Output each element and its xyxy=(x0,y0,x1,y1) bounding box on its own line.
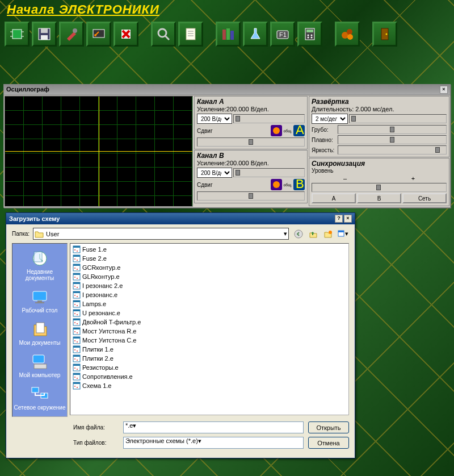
svg-rect-44 xyxy=(33,291,47,300)
svg-rect-77 xyxy=(73,300,80,302)
sweep-coarse-slider[interactable] xyxy=(338,125,447,134)
svg-point-55 xyxy=(77,250,78,252)
svg-point-33 xyxy=(386,34,388,35)
channel-a-common-icon[interactable]: A xyxy=(293,125,305,136)
file-item[interactable]: Резисторы.e xyxy=(72,363,157,372)
svg-point-25 xyxy=(308,35,309,36)
sync-level-slider[interactable] xyxy=(312,183,447,192)
svg-text:F1: F1 xyxy=(279,31,287,38)
svg-point-98 xyxy=(74,349,75,350)
file-item[interactable]: I резонанс.e xyxy=(72,290,157,299)
toolbar-ic-tools[interactable] xyxy=(59,22,84,47)
svg-rect-20 xyxy=(230,31,234,40)
main-toolbar: F1 xyxy=(0,19,454,49)
toolbar-ic-balls[interactable] xyxy=(335,22,360,47)
svg-rect-109 xyxy=(73,373,80,375)
sweep-duration-slider[interactable] xyxy=(349,114,447,123)
file-item[interactable]: GCRконтур.e xyxy=(72,263,157,272)
svg-point-91 xyxy=(77,332,78,333)
channel-b-panel: Канал B Усиление:200.000 В/дел. 200 В/де… xyxy=(194,150,308,203)
svg-rect-9 xyxy=(93,30,104,37)
channel-a-probe-icon[interactable] xyxy=(271,125,282,136)
channel-b-gain-slider[interactable] xyxy=(233,168,305,177)
sync-net-button[interactable]: Сеть xyxy=(402,193,447,203)
svg-point-87 xyxy=(77,323,78,324)
app-title: Начала ЭЛЄКТРОНИКИ xyxy=(0,0,454,19)
toolbar-ic-door[interactable] xyxy=(372,22,397,47)
sweep-duration-select[interactable]: 2 мс/дел. xyxy=(312,114,348,124)
place-mycomp[interactable]: Мой компьютер xyxy=(12,349,67,382)
nav-newfolder-icon[interactable] xyxy=(322,228,334,240)
svg-rect-47 xyxy=(36,323,44,333)
file-item[interactable]: Fuse 1.e xyxy=(72,245,157,254)
filetype-select[interactable]: Электронные схемы (*.e)▾ xyxy=(123,437,304,449)
svg-rect-61 xyxy=(73,264,80,266)
file-item[interactable]: Схема 1.e xyxy=(72,381,157,390)
file-item[interactable]: Мост Уитстона C.e xyxy=(72,336,157,345)
filetype-label: Тип файлов: xyxy=(73,440,119,446)
svg-point-58 xyxy=(74,258,75,260)
file-item[interactable]: Двойной T-фильтр.e xyxy=(72,318,157,327)
svg-rect-7 xyxy=(41,35,48,40)
file-open-dialog: Загрузить схему ? × Папка: User ▾ ▾ Неда… xyxy=(6,212,355,458)
svg-point-79 xyxy=(77,305,78,306)
file-item[interactable]: Плитки 2.e xyxy=(72,354,157,363)
file-item[interactable]: Плитки 1.e xyxy=(72,345,157,354)
toolbar-ic-books[interactable] xyxy=(216,22,241,47)
file-item[interactable]: U резонанс.e xyxy=(72,308,157,318)
channel-b-gain-select[interactable]: 200 В/дел xyxy=(197,168,232,178)
file-item[interactable]: Мост Уитстона R.e xyxy=(72,327,157,336)
file-list[interactable]: Fuse 1.eFuse 2.eGCRконтур.eGLRконтур.eI … xyxy=(70,243,349,415)
svg-rect-6 xyxy=(41,28,48,33)
sweep-fine-slider[interactable] xyxy=(338,135,447,144)
place-desktop[interactable]: Рабочий стол xyxy=(12,285,67,317)
svg-point-86 xyxy=(74,322,75,323)
toolbar-ic-chip[interactable] xyxy=(5,22,30,47)
dialog-help-button[interactable]: ? xyxy=(335,215,343,223)
filename-input[interactable]: *.e▾ xyxy=(123,421,304,433)
channel-b-shift-slider[interactable] xyxy=(197,191,305,201)
channel-a-gain-select[interactable]: 200 В/дел xyxy=(197,114,232,124)
file-item[interactable]: Fuse 2.e xyxy=(72,254,157,263)
toolbar-ic-hotkey[interactable]: F1 xyxy=(270,22,295,47)
channel-a-gain-slider[interactable] xyxy=(233,114,305,123)
sync-a-button[interactable]: A xyxy=(312,193,356,203)
dialog-close-button[interactable]: × xyxy=(344,215,352,223)
channel-b-probe-icon[interactable] xyxy=(271,179,282,190)
place-recent[interactable]: Недавние документы xyxy=(12,246,67,285)
channel-b-common-icon[interactable]: B xyxy=(293,179,305,190)
svg-point-67 xyxy=(77,278,78,279)
svg-point-10 xyxy=(94,34,96,36)
file-item[interactable]: Lamps.e xyxy=(72,299,157,308)
svg-point-71 xyxy=(77,287,78,288)
nav-back-icon[interactable] xyxy=(292,228,305,240)
toolbar-ic-note[interactable] xyxy=(178,22,203,47)
place-network[interactable]: Сетевое окружение xyxy=(12,382,67,414)
toolbar-ic-zoom[interactable] xyxy=(151,22,176,47)
cancel-button[interactable]: Отмена xyxy=(308,437,349,449)
toolbar-ic-calc[interactable] xyxy=(297,22,322,47)
toolbar-ic-meter[interactable] xyxy=(86,22,111,47)
sweep-bright-slider[interactable] xyxy=(338,145,447,155)
svg-rect-0 xyxy=(12,30,22,39)
nav-up-icon[interactable] xyxy=(307,228,320,240)
toolbar-ic-chem[interactable] xyxy=(243,22,268,47)
place-mydocs[interactable]: Мои документы xyxy=(12,317,67,349)
file-item[interactable]: GLRконтур.e xyxy=(72,272,157,281)
svg-rect-105 xyxy=(73,364,80,366)
sync-b-button[interactable]: B xyxy=(357,193,401,203)
svg-rect-97 xyxy=(73,346,80,348)
file-item[interactable]: Сопротивления.e xyxy=(72,372,157,381)
nav-views-icon[interactable]: ▾ xyxy=(337,228,349,240)
file-item[interactable]: I резонанс 2.e xyxy=(72,281,157,290)
toolbar-ic-disk[interactable] xyxy=(32,22,57,47)
svg-point-78 xyxy=(74,304,75,305)
open-button[interactable]: Открыть xyxy=(308,421,349,433)
folder-select[interactable]: User ▾ xyxy=(33,228,289,240)
osc-close-button[interactable]: × xyxy=(440,86,448,94)
channel-a-shift-slider[interactable] xyxy=(197,137,305,147)
svg-rect-73 xyxy=(73,291,80,293)
toolbar-ic-delete[interactable] xyxy=(114,22,138,47)
svg-point-102 xyxy=(74,358,75,360)
svg-point-62 xyxy=(74,268,75,269)
